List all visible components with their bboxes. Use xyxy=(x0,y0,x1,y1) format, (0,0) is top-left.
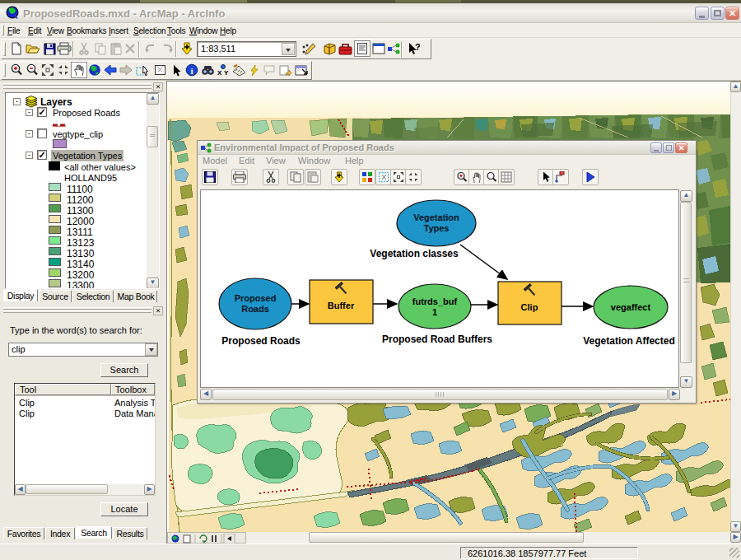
svg-text:Proposed Roads: Proposed Roads xyxy=(221,335,301,347)
svg-text:1: 1 xyxy=(432,307,437,317)
svg-text:Vegetation classes: Vegetation classes xyxy=(370,248,459,259)
svg-text:futrds_buf: futrds_buf xyxy=(412,296,458,306)
svg-text:Buffer: Buffer xyxy=(328,301,355,310)
svg-text:Clip: Clip xyxy=(521,302,538,312)
svg-text:?: ? xyxy=(415,42,420,52)
svg-text:Types: Types xyxy=(424,223,450,233)
svg-text:Vegetation Affected: Vegetation Affected xyxy=(583,335,675,347)
svg-text:X: X xyxy=(217,69,222,77)
svg-text:Roads: Roads xyxy=(241,304,269,314)
svg-text:Proposed Road Buffers: Proposed Road Buffers xyxy=(382,334,492,345)
svg-text:i: i xyxy=(190,66,193,76)
svg-text:Y: Y xyxy=(224,69,229,77)
svg-text:Proposed: Proposed xyxy=(235,293,277,303)
svg-text:vegaffect: vegaffect xyxy=(611,302,651,312)
svg-text:Vegetation: Vegetation xyxy=(413,212,459,222)
